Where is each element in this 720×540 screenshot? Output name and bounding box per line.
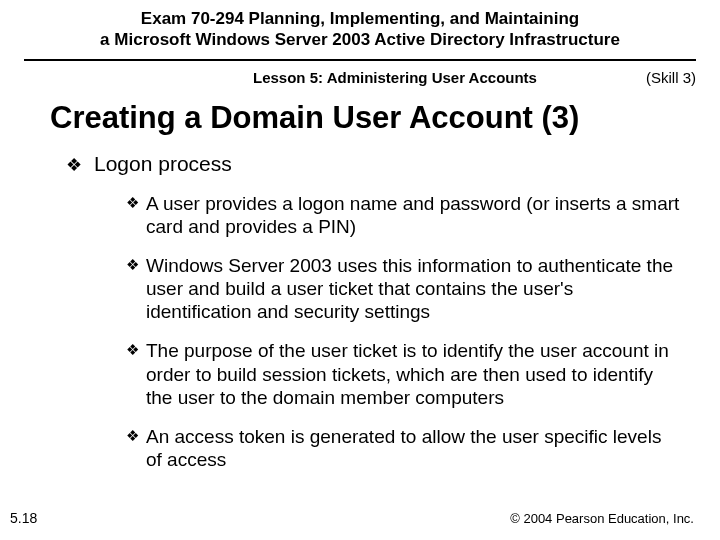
lesson-label: Lesson 5: Administering User Accounts <box>174 69 616 86</box>
bullet-text: The purpose of the user ticket is to ide… <box>146 339 680 409</box>
diamond-bullet-icon: ❖ <box>126 192 146 238</box>
copyright-text: © 2004 Pearson Education, Inc. <box>510 511 694 526</box>
diamond-bullet-icon: ❖ <box>66 152 94 178</box>
bullet-text: An access token is generated to allow th… <box>146 425 680 471</box>
bullet-text: A user provides a logon name and passwor… <box>146 192 680 238</box>
bullet-text: Logon process <box>94 152 232 178</box>
diamond-bullet-icon: ❖ <box>126 339 146 409</box>
bullet-level2: ❖ Windows Server 2003 uses this informat… <box>126 254 680 324</box>
subheader-row: Lesson 5: Administering User Accounts (S… <box>24 69 696 86</box>
header-divider <box>24 59 696 61</box>
slide-title: Creating a Domain User Account (3) <box>50 100 720 136</box>
bullet-level1: ❖ Logon process <box>66 152 720 178</box>
diamond-bullet-icon: ❖ <box>126 425 146 471</box>
slide-number: 5.18 <box>10 510 37 526</box>
bullet-level2: ❖ An access token is generated to allow … <box>126 425 680 471</box>
skill-label: (Skill 3) <box>616 69 696 86</box>
bullet-level2: ❖ The purpose of the user ticket is to i… <box>126 339 680 409</box>
slide-header: Exam 70-294 Planning, Implementing, and … <box>0 0 720 55</box>
bullet-text: Windows Server 2003 uses this informatio… <box>146 254 680 324</box>
course-title-line2: a Microsoft Windows Server 2003 Active D… <box>40 29 680 50</box>
bullet-level2: ❖ A user provides a logon name and passw… <box>126 192 680 238</box>
course-title-line1: Exam 70-294 Planning, Implementing, and … <box>40 8 680 29</box>
diamond-bullet-icon: ❖ <box>126 254 146 324</box>
